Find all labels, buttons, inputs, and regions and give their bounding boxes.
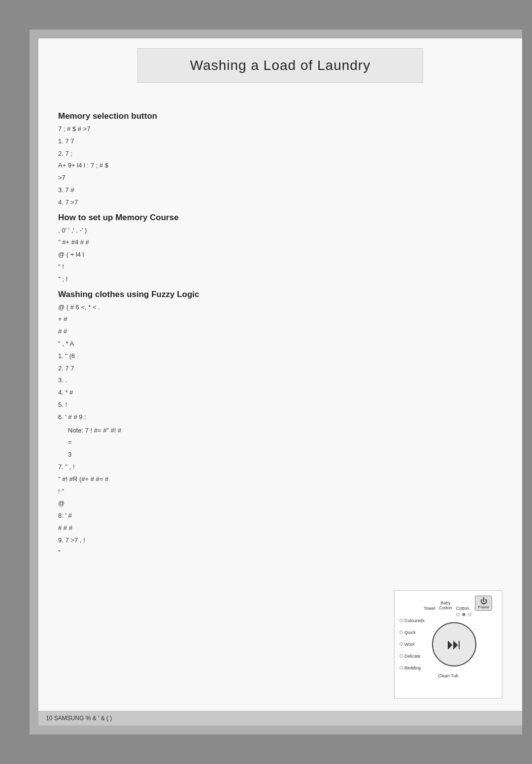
fuzzy-section: Washing clothes using Fuzzy Logic @ ( # …	[58, 290, 502, 558]
course-line-4: " ; !	[58, 274, 502, 285]
dial-circle[interactable]: ⏭	[432, 622, 476, 666]
memory-course-section: How to set up Memory Course , 0' ' ,' , …	[58, 213, 502, 285]
step7-line2: " #! #R (#+ # #= #	[58, 474, 502, 485]
footer-text: 10 SAMSUNG % & ' & ( )	[46, 715, 112, 722]
power-button[interactable]: ⏻ Power	[475, 596, 492, 611]
coloureds-label: Coloureds	[399, 618, 429, 623]
cotton-label: Cotton	[456, 606, 469, 611]
course-line-3: " !	[58, 262, 502, 272]
memory-line-3: A+ 9+ l4 l : 7 ; # $	[58, 161, 502, 171]
fuzzy-line-3: " , * A	[58, 339, 502, 349]
step9-line2: "	[58, 548, 502, 558]
delicate-label: Delicate	[399, 654, 429, 659]
memory-section: Memory selection button 7 ; # $ # >7 1. …	[58, 111, 502, 208]
step7-line5: @	[58, 498, 502, 509]
dot-2	[462, 613, 466, 616]
fuzzy-line-2: # #	[58, 327, 502, 337]
memory-line-5: 3. 7 #	[58, 185, 502, 196]
top-bar	[30, 30, 522, 38]
note-line-1: Note: 7 ! #= #" #! #	[68, 426, 502, 436]
play-pause-icon: ⏭	[447, 636, 462, 653]
memory-heading: Memory selection button	[58, 111, 502, 121]
fuzzy-line-6: 3. .	[58, 375, 502, 386]
step7-line3: ! "	[58, 487, 502, 497]
wool-label: Wool	[399, 642, 429, 647]
fuzzy-line-0: @ ( # 6 <, * < .	[58, 302, 502, 313]
power-icon: ⏻	[480, 597, 487, 605]
step7-line1: 7. " , !	[58, 462, 502, 472]
page-title: Washing a Load of Laundry	[158, 58, 403, 73]
step9-line1: 9. 7 >7 , !	[58, 535, 502, 546]
page-container: Washing a Load of Laundry Memory selecti…	[30, 30, 522, 734]
memory-line-4: >7	[58, 173, 502, 183]
clean-tub-label: Clean Tub	[399, 673, 497, 678]
fuzzy-heading: Washing clothes using Fuzzy Logic	[58, 290, 502, 299]
course-line-0: , 0' ' ,' , -' )	[58, 226, 502, 236]
course-line-2: @ ( + l4 l	[58, 250, 502, 260]
baby-cotton-label: BabyCotton	[439, 601, 452, 611]
fuzzy-line-5: 2. 7 7	[58, 364, 502, 374]
diagram-inner: Towel BabyCotton Cotton ⏻ Power	[399, 596, 497, 693]
course-line-1: " #+ #4 # #	[58, 237, 502, 248]
note-line-3: 3	[68, 450, 502, 460]
fuzzy-line-8: 5. !	[58, 400, 502, 410]
step8-line2: # # #	[58, 523, 502, 533]
bedding-label: Bedding	[399, 665, 429, 670]
dot-1	[456, 613, 460, 616]
quick-label: Quick	[399, 630, 429, 635]
note-line-2: =	[68, 437, 502, 448]
fuzzy-line-7: 4. * #	[58, 388, 502, 398]
bottom-bar	[30, 726, 522, 734]
left-bar	[30, 38, 38, 726]
memory-line-1: 1. 7 7	[58, 136, 502, 147]
title-box: Washing a Load of Laundry	[137, 48, 423, 83]
memory-line-2: 2. 7 ;	[58, 149, 502, 159]
memory-line-6: 4. 7 >7	[58, 198, 502, 208]
memory-line-0: 7 ; # $ # >7	[58, 124, 502, 134]
dial-diagram: Towel BabyCotton Cotton ⏻ Power	[394, 590, 502, 698]
fuzzy-line-4: 1. " (6	[58, 351, 502, 362]
memory-course-heading: How to set up Memory Course	[58, 213, 502, 223]
towel-label: Towel	[424, 606, 435, 611]
dot-3	[468, 613, 471, 616]
fuzzy-line-1: + #	[58, 314, 502, 325]
content-area: Washing a Load of Laundry Memory selecti…	[38, 38, 522, 726]
step8-line1: 8. ' #	[58, 511, 502, 521]
fuzzy-line-9: 6. ' # # 9 :	[58, 412, 502, 423]
power-label: Power	[478, 605, 489, 609]
footer-bar: 10 SAMSUNG % & ' & ( )	[38, 711, 522, 726]
